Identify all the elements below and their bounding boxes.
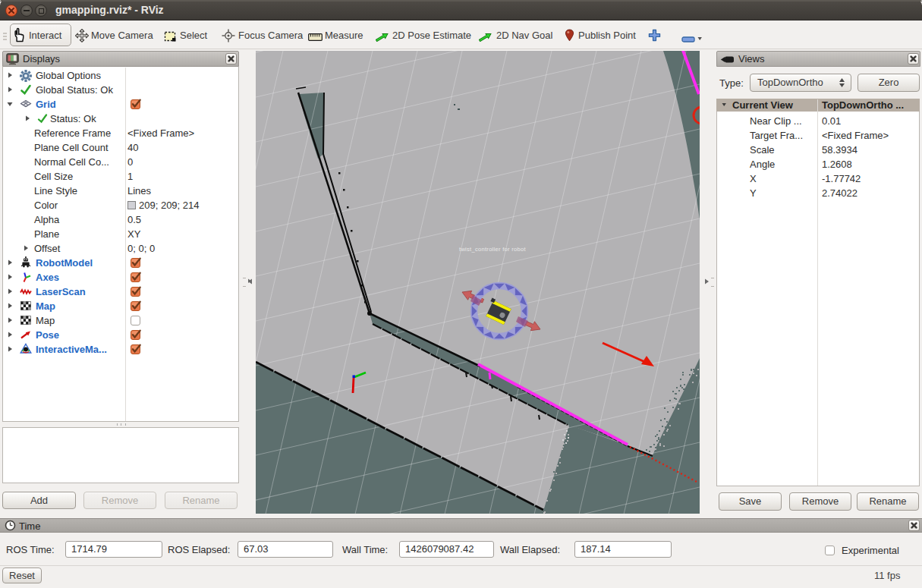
svg-text:twist_controller for robot: twist_controller for robot <box>459 246 526 253</box>
